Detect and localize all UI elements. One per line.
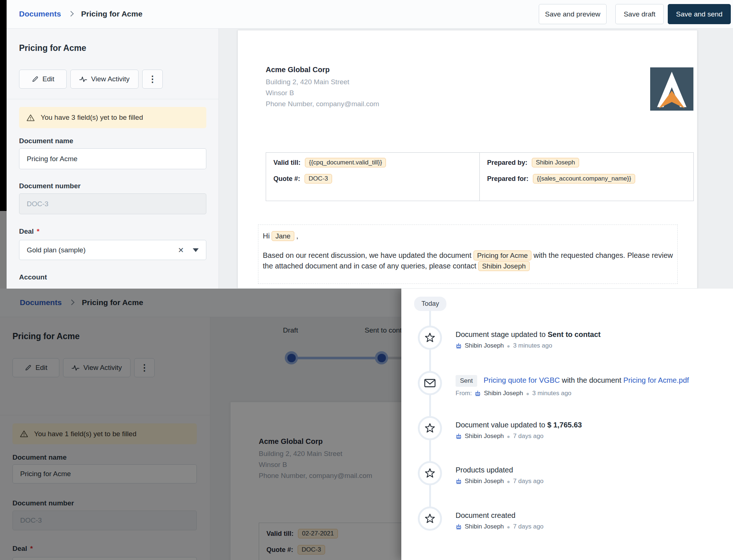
prepared-by-label: Prepared by: (487, 159, 527, 167)
quote-info-right-cell: Prepared by:Shibin Joseph Prepared for:{… (480, 153, 693, 201)
document-name-value: Pricing for Acme (27, 155, 77, 163)
more-options-button[interactable]: ⋮ (142, 70, 163, 89)
quote-info-left-cell: Valid till:{{cpq_document.valid_till}} Q… (266, 153, 480, 201)
document-number-input: DOC-3 (19, 193, 206, 214)
crown-icon (456, 343, 462, 349)
edit-button[interactable]: Edit (19, 70, 67, 89)
deal-label: Deal* (19, 227, 40, 236)
timeline-node (418, 507, 442, 531)
fields-warning-text: You have 3 field(s) yet to be filled (41, 114, 143, 122)
address-line: Winsor B (266, 88, 379, 99)
clear-icon[interactable]: ✕ (178, 246, 184, 255)
greeting-line: Hi Jane , (263, 231, 673, 241)
timeline-node (418, 461, 442, 485)
recipient-chip: Jane (272, 231, 294, 241)
document-name-chip: Pricing for Acme (474, 251, 531, 260)
address-line: Building 2, 420 Main Street (266, 77, 379, 88)
kebab-menu-icon: ⋮ (148, 74, 157, 84)
deal-select[interactable]: Gold plan (sample) ✕ (19, 240, 206, 260)
view-activity-button-label: View Activity (91, 75, 129, 83)
document-name-input[interactable]: Pricing for Acme (19, 148, 206, 169)
dropdown-caret-icon[interactable] (193, 248, 199, 252)
star-icon (424, 422, 436, 434)
document-settings-sidebar: Pricing for Acme Edit View Activity ⋮ Yo… (7, 29, 219, 289)
dim-overlay (0, 289, 401, 560)
breadcrumb-current: Pricing for Acme (81, 10, 142, 18)
crown-icon (456, 433, 462, 439)
fields-warning-banner: You have 3 field(s) yet to be filled (19, 107, 206, 128)
view-activity-button[interactable]: View Activity (70, 70, 139, 89)
star-icon (424, 332, 436, 344)
contact-name-chip: Shibin Joseph (478, 261, 529, 271)
company-address: Building 2, 420 Main Street Winsor B Pho… (266, 77, 379, 110)
email-body-block[interactable]: Hi Jane , Based on our recent discussion… (258, 225, 678, 284)
screenshot-canvas: Documents Pricing for Acme Save and prev… (0, 0, 733, 560)
quote-info-table: Valid till:{{cpq_document.valid_till}} Q… (266, 152, 694, 201)
account-label: Account (19, 273, 47, 281)
breadcrumb-documents-link[interactable]: Documents (19, 10, 61, 18)
email-paragraph: Based on our recent discussion, we have … (263, 250, 673, 271)
activity-timeline-panel: Today Document stage updated to Sent to … (401, 289, 733, 560)
sidebar-divider (7, 99, 219, 99)
save-and-preview-button[interactable]: Save and preview (539, 4, 607, 24)
save-draft-button[interactable]: Save draft (615, 4, 664, 24)
document-number-label: Document number (19, 182, 81, 190)
quote-number-chip: DOC-3 (305, 174, 332, 183)
valid-till-label: Valid till: (273, 159, 301, 167)
prepared-by-chip: Shibin Joseph (532, 158, 579, 167)
crown-icon (475, 390, 481, 396)
document-preview-page: Acme Global Corp Building 2, 420 Main St… (237, 30, 697, 289)
activity-item: Sent Pricing quote for VGBC with the doc… (456, 375, 689, 397)
sent-document-screen: Documents Pricing for Acme Pricing for A… (0, 289, 733, 560)
prepared-for-label: Prepared for: (487, 175, 528, 183)
chevron-right-icon (68, 11, 74, 17)
save-and-send-button[interactable]: Save and send (668, 4, 731, 24)
activity-pulse-icon (79, 76, 87, 82)
required-asterisk: * (37, 227, 39, 235)
top-header: Documents Pricing for Acme Save and prev… (0, 0, 733, 29)
company-name: Acme Global Corp (266, 66, 329, 74)
crown-icon (456, 524, 462, 530)
page-title: Pricing for Acme (19, 43, 86, 53)
timeline-node (418, 326, 442, 350)
activity-item: Products updated Shibin Joseph●7 days ag… (456, 465, 544, 485)
edit-button-label: Edit (43, 75, 55, 83)
window-edge-strip-dimmed (0, 211, 7, 289)
valid-till-chip: {{cpq_document.valid_till}} (305, 158, 386, 167)
quote-number-label: Quote #: (273, 175, 300, 183)
company-logo (650, 67, 693, 111)
document-editor-screen: Documents Pricing for Acme Save and prev… (0, 0, 733, 289)
deal-value: Gold plan (sample) (27, 246, 86, 254)
address-line: Phone Number, company@mail.com (266, 99, 379, 110)
timeline-node (418, 416, 442, 440)
crown-icon (456, 478, 462, 484)
document-name-label: Document name (19, 137, 73, 145)
warning-icon (26, 114, 35, 122)
window-edge-strip (0, 0, 7, 211)
email-icon (424, 378, 436, 388)
star-icon (424, 467, 436, 479)
arrow-logo-icon (650, 67, 693, 111)
document-number-value: DOC-3 (27, 200, 48, 208)
sent-badge: Sent (456, 375, 477, 387)
activity-item: Document stage updated to Sent to contac… (456, 330, 601, 349)
activity-item: Document value updated to $ 1,765.63 Shi… (456, 420, 582, 440)
activity-item: Document created Shibin Joseph●7 days ag… (456, 511, 544, 530)
date-badge: Today (414, 297, 446, 311)
pencil-icon (32, 75, 39, 83)
email-subject-link[interactable]: Pricing quote for VGBC (484, 376, 560, 384)
attachment-link[interactable]: Pricing for Acme.pdf (623, 376, 689, 384)
prepared-for-chip: {{sales_account.company_name}} (533, 174, 635, 183)
star-icon (424, 513, 436, 524)
timeline-node (418, 371, 442, 395)
breadcrumb: Documents Pricing for Acme (19, 10, 143, 18)
